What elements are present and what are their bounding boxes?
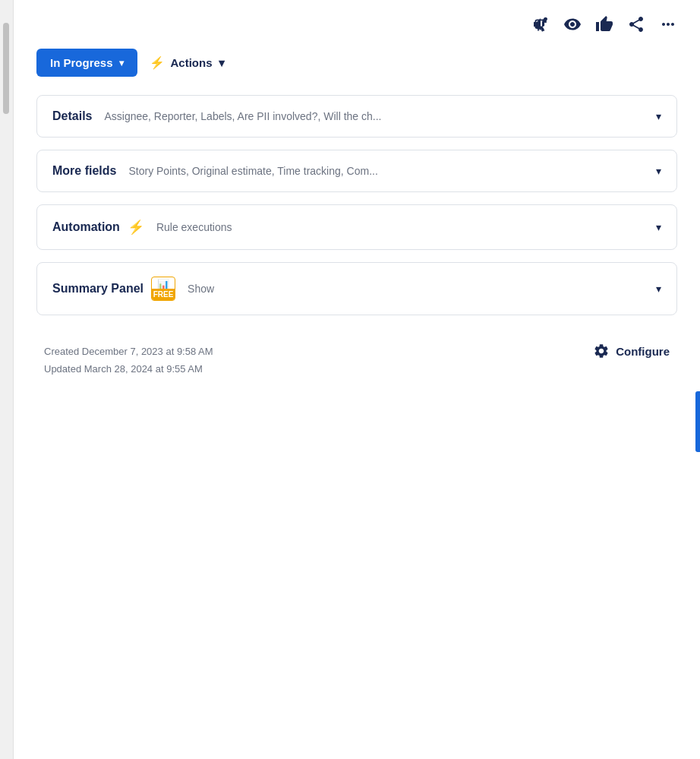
footer: Created December 7, 2023 at 9:58 AM Upda… [29, 327, 685, 378]
summary-panel-icon: 📊 FREE [151, 277, 175, 301]
details-header-left: Details Assignee, Reporter, Labels, Are … [52, 109, 656, 123]
details-chevron: ▾ [656, 110, 661, 122]
updated-date: Updated March 28, 2024 at 9:55 AM [44, 360, 213, 378]
more-fields-subtitle: Story Points, Original estimate, Time tr… [128, 165, 377, 177]
created-date: Created December 7, 2023 at 9:58 AM [44, 343, 213, 360]
scrollbar-thumb[interactable] [3, 23, 9, 114]
actions-button[interactable]: ⚡ Actions ▾ [150, 55, 225, 70]
details-subtitle: Assignee, Reporter, Labels, Are PII invo… [104, 110, 381, 122]
summary-panel-header[interactable]: Summary Panel 📊 FREE Show ▾ [37, 263, 676, 315]
more-fields-chevron: ▾ [656, 165, 661, 177]
automation-chevron: ▾ [656, 221, 661, 233]
details-section: Details Assignee, Reporter, Labels, Are … [36, 95, 677, 138]
more-fields-header[interactable]: More fields Story Points, Original estim… [37, 150, 676, 191]
status-label: In Progress [50, 56, 113, 69]
summary-panel-subtitle: Show [188, 283, 214, 295]
automation-header-left: Automation ⚡ Rule executions [52, 219, 656, 236]
footer-dates: Created December 7, 2023 at 9:58 AM Upda… [44, 343, 213, 378]
automation-section: Automation ⚡ Rule executions ▾ [36, 204, 677, 250]
automation-title: Automation [52, 220, 120, 234]
automation-bolt-icon: ⚡ [128, 219, 144, 236]
main-content: In Progress ▾ ⚡ Actions ▾ Details Assign… [14, 0, 700, 759]
status-chevron: ▾ [119, 58, 124, 68]
summary-panel-chevron: ▾ [656, 283, 661, 295]
summary-panel-section: Summary Panel 📊 FREE Show ▾ [36, 262, 677, 315]
automation-header[interactable]: Automation ⚡ Rule executions ▾ [37, 205, 676, 249]
actions-label: Actions [171, 56, 213, 69]
right-scroll-indicator [695, 391, 700, 452]
summary-panel-header-left: Summary Panel 📊 FREE Show [52, 277, 656, 301]
scrollbar[interactable] [0, 0, 14, 759]
summary-panel-title: Summary Panel [52, 282, 143, 296]
more-fields-section: More fields Story Points, Original estim… [36, 150, 677, 192]
toolbar [29, 0, 685, 49]
automation-subtitle: Rule executions [156, 221, 232, 233]
gear-icon [593, 343, 610, 359]
configure-label: Configure [616, 345, 670, 358]
more-fields-title: More fields [52, 164, 116, 178]
bolt-icon: ⚡ [150, 55, 165, 70]
actions-chevron: ▾ [219, 56, 225, 70]
status-button[interactable]: In Progress ▾ [36, 49, 137, 77]
more-fields-header-left: More fields Story Points, Original estim… [52, 164, 656, 178]
share-icon[interactable] [627, 15, 645, 33]
more-icon[interactable] [659, 15, 677, 33]
eye-icon[interactable] [563, 15, 582, 33]
action-bar: In Progress ▾ ⚡ Actions ▾ [29, 49, 685, 95]
configure-button[interactable]: Configure [593, 343, 670, 359]
megaphone-icon[interactable] [531, 15, 550, 33]
summary-icon-label: FREE [152, 289, 175, 300]
details-title: Details [52, 109, 92, 123]
svg-point-0 [544, 17, 547, 21]
details-header[interactable]: Details Assignee, Reporter, Labels, Are … [37, 96, 676, 137]
thumbsup-icon[interactable] [595, 15, 613, 33]
